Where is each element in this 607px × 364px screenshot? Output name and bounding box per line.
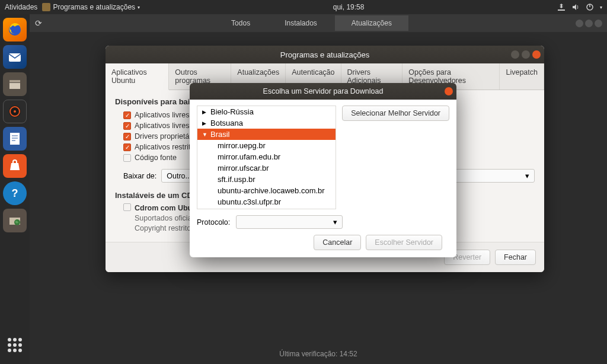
tree-country-brazil[interactable]: ▼Brasil (197, 129, 336, 140)
volume-icon[interactable] (571, 3, 580, 11)
top-panel: Atividades Programas e atualizações ▾ qu… (0, 0, 607, 14)
maximize-icon[interactable] (585, 20, 593, 27)
chevron-down-icon: ▾ (525, 171, 529, 180)
protocol-combo[interactable]: ▾ (236, 215, 343, 229)
svg-rect-6 (9, 83, 20, 89)
checkbox-restricted-label: Drivers proprietário (135, 132, 197, 141)
launcher-thunderbird[interactable] (3, 45, 27, 69)
choose-server-dialog: Escolha um Servidor para Download ▶Bielo… (190, 83, 456, 257)
svg-rect-0 (558, 9, 565, 11)
checkbox-source-label: Código fonte (135, 154, 177, 162)
triangle-right-icon: ▶ (202, 120, 208, 126)
tab-ubuntu-software[interactable]: Aplicativos Ubuntu (106, 63, 169, 90)
refresh-button[interactable]: ⟳ (30, 18, 47, 28)
tab-livepatch[interactable]: Livepatch (500, 63, 544, 90)
svg-point-9 (14, 110, 16, 113)
minimize-icon[interactable] (511, 50, 519, 59)
minimize-icon[interactable] (576, 20, 583, 27)
svg-text:?: ? (12, 187, 18, 199)
launcher-writer[interactable] (3, 127, 27, 151)
activities-button[interactable]: Atividades (5, 3, 37, 11)
dialog-title: Escolha um Servidor para Download (263, 87, 384, 95)
tree-country-belarus[interactable]: ▶Bielo-Rússia (197, 106, 336, 117)
tree-mirror[interactable]: ubuntu.c3sl.ufpr.br (197, 196, 336, 207)
triangle-down-icon: ▼ (202, 132, 208, 138)
close-icon[interactable] (445, 87, 453, 95)
svg-rect-10 (10, 133, 20, 145)
window-titlebar[interactable]: Programas e atualizações (106, 46, 544, 63)
close-icon[interactable] (532, 50, 541, 59)
checkbox-cdrom[interactable] (123, 203, 131, 211)
checkbox-main[interactable]: ✓ (123, 111, 131, 119)
download-from-label: Baixar de: (123, 172, 156, 180)
tree-mirror[interactable]: ubuntu-archive.locaweb.com.br (197, 185, 336, 196)
tab-installed[interactable]: Instalados (268, 15, 334, 31)
last-check-status: Última verificação: 14:52 (30, 350, 607, 358)
launcher-help[interactable]: ? (3, 181, 27, 205)
checkbox-multiverse[interactable]: ✓ (123, 143, 131, 151)
close-icon[interactable] (595, 20, 602, 27)
server-tree[interactable]: ▶Bielo-Rússia ▶Botsuana ▼Brasil mirror.u… (197, 106, 336, 209)
window-title: Programas e atualizações (280, 50, 369, 59)
window-controls (576, 20, 607, 27)
protocol-label: Protocolo: (197, 218, 230, 226)
power-icon[interactable] (586, 3, 594, 11)
svg-rect-5 (9, 80, 20, 82)
system-menu-chevron-icon[interactable]: ▾ (600, 5, 602, 10)
download-from-value: Outro... (167, 172, 191, 180)
launcher-software[interactable] (3, 154, 27, 178)
tree-country-botswana[interactable]: ▶Botsuana (197, 117, 336, 129)
checkbox-multiverse-label: Aplicativos restrito (135, 143, 194, 151)
tree-mirror[interactable]: mirror.uepg.br (197, 140, 336, 151)
tab-all[interactable]: Todos (215, 15, 267, 31)
tree-mirror[interactable]: mirror.ufam.edu.br (197, 151, 336, 162)
cancel-button[interactable]: Cancelar (314, 235, 361, 250)
network-icon[interactable] (557, 3, 566, 11)
launcher-files[interactable] (3, 72, 27, 96)
dialog-titlebar[interactable]: Escolha um Servidor para Download (190, 83, 456, 100)
app-menu-label: Programas e atualizações (53, 3, 135, 11)
tree-mirror[interactable]: sft.if.usp.br (197, 174, 336, 185)
choose-server-button[interactable]: Escolher Servidor (366, 235, 442, 250)
chevron-down-icon: ▾ (333, 218, 337, 226)
launcher-item[interactable] (3, 209, 27, 232)
show-applications-button[interactable] (3, 333, 27, 357)
tab-updates[interactable]: Atualizações (335, 15, 408, 31)
tree-mirror[interactable]: mirror.ufscar.br (197, 162, 336, 174)
select-best-server-button[interactable]: Selecionar Melhor Servidor (342, 106, 449, 121)
checkbox-universe[interactable]: ✓ (123, 122, 131, 130)
triangle-right-icon: ▶ (202, 109, 208, 115)
launcher-firefox[interactable] (3, 18, 27, 41)
maximize-icon[interactable] (522, 50, 530, 59)
checkbox-restricted[interactable]: ✓ (123, 133, 131, 141)
software-header: ⟳ Todos Instalados Atualizações (30, 14, 607, 32)
launcher-dock: ? (0, 14, 30, 364)
launcher-rhythmbox[interactable] (3, 100, 27, 123)
clock[interactable]: qui, 19:58 (140, 3, 557, 11)
app-menu[interactable]: Programas e atualizações ▾ (42, 3, 140, 11)
close-button[interactable]: Fechar (495, 250, 536, 265)
checkbox-source[interactable] (123, 154, 131, 162)
app-menu-icon (42, 3, 50, 11)
